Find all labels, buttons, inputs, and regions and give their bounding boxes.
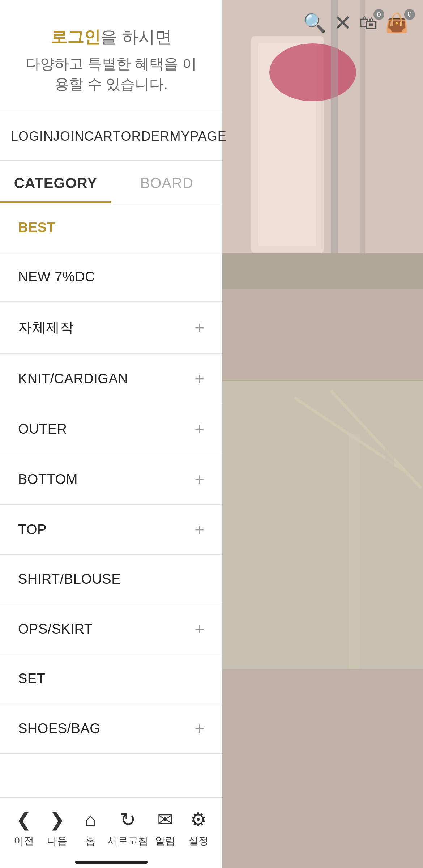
promo-line1: 로그인을 하시면 [22,25,201,48]
category-expand-icon: + [195,421,204,437]
refresh-label: 새로고침 [108,834,148,848]
close-icon: ✕ [334,11,352,35]
category-expand-icon: + [195,621,204,637]
category-item[interactable]: BOTTOM+ [0,454,222,505]
category-item[interactable]: BEST [0,203,222,252]
bag-badge: 0 [404,9,415,20]
refresh-icon: ↻ [120,809,136,830]
forward-label: 다음 [47,834,67,848]
category-item[interactable]: SET [0,654,222,703]
cart-link[interactable]: CART [84,129,121,144]
bottom-nav-home[interactable]: ⌂홈 [74,809,107,848]
svg-rect-6 [360,0,365,289]
svg-rect-7 [222,253,423,289]
search-icon: 🔍 [303,12,326,34]
promo-line2: 다양하고 특별한 혜택을 이용할 수 있습니다. [22,54,201,94]
svg-rect-13 [385,434,394,669]
mypage-link[interactable]: MYPAGE [170,129,226,144]
bag-button[interactable]: 👜 0 [385,12,409,34]
bottom-nav-forward[interactable]: ❯다음 [41,809,73,848]
svg-rect-11 [222,380,423,381]
category-item-label: SHIRT/BLOUSE [18,571,121,587]
bottom-nav-items: ❮이전❯다음⌂홈↻새로고침✉알림⚙설정 [0,798,222,855]
category-expand-icon: + [195,521,204,538]
promo-suffix: 을 하시면 [101,27,172,46]
category-item[interactable]: OPS/SKIRT+ [0,604,222,654]
back-label: 이전 [14,834,34,848]
category-item[interactable]: KNIT/CARDIGAN+ [0,354,222,404]
category-expand-icon: + [195,471,204,488]
category-expand-icon: + [195,370,204,387]
category-expand-icon: + [195,720,204,737]
cart-button[interactable]: 🛍 0 [359,12,378,34]
home-icon: ⌂ [85,809,96,830]
bottom-nav-notification[interactable]: ✉알림 [149,809,181,848]
tab-category[interactable]: CATEGORY [0,161,111,203]
category-item-label: SET [18,671,45,686]
bottom-nav-back[interactable]: ❮이전 [8,809,40,848]
home-label: 홈 [85,834,95,848]
join-link[interactable]: JOIN [53,129,84,144]
category-item-label: BEST [18,220,55,235]
category-item[interactable]: SHIRT/BLOUSE [0,555,222,604]
home-indicator [75,861,148,864]
category-item[interactable]: TOP+ [0,505,222,555]
category-list: BESTNEW 7%DC자체제작+KNIT/CARDIGAN+OUTER+BOT… [0,203,222,868]
tab-board[interactable]: BOARD [111,161,223,203]
settings-label: 설정 [188,834,209,848]
category-item-label: NEW 7%DC [18,269,95,285]
svg-rect-5 [331,0,338,289]
notification-label: 알림 [155,834,175,848]
category-item[interactable]: OUTER+ [0,404,222,454]
category-item[interactable]: NEW 7%DC [0,252,222,302]
bottom-nav-refresh[interactable]: ↻새로고침 [108,809,148,848]
category-item-label: 자체제작 [18,318,74,337]
category-item-label: SHOES/BAG [18,721,101,736]
category-item[interactable]: 자체제작+ [0,302,222,354]
bottom-nav-settings[interactable]: ⚙설정 [182,809,215,848]
bottom-nav: ❮이전❯다음⌂홈↻새로고침✉알림⚙설정 [0,797,222,868]
cart-badge: 0 [373,9,384,20]
header-icons-area: 🔍 ✕ 🛍 0 👜 0 [222,10,423,35]
settings-icon: ⚙ [190,809,207,830]
order-link[interactable]: ORDER [121,129,170,144]
tab-bar: CATEGORY BOARD [0,161,222,203]
login-link[interactable]: LOGIN [11,129,53,144]
back-icon: ❮ [16,809,32,830]
promo-highlight: 로그인 [51,27,101,46]
login-promo: 로그인을 하시면 다양하고 특별한 혜택을 이용할 수 있습니다. [0,0,222,112]
nav-links: LOGIN JOIN CART ORDER MYPAGE [0,112,222,161]
category-item-label: OPS/SKIRT [18,621,93,637]
svg-rect-12 [349,434,360,669]
background-image [222,0,423,868]
overlay-panel: 로그인을 하시면 다양하고 특별한 혜택을 이용할 수 있습니다. LOGIN … [0,0,222,868]
category-item-label: KNIT/CARDIGAN [18,371,128,387]
category-expand-icon: + [195,319,204,336]
category-item-label: OUTER [18,421,67,437]
category-item[interactable]: SHOES/BAG+ [0,703,222,754]
svg-point-4 [269,43,356,101]
search-button[interactable]: 🔍 [303,12,326,34]
category-item-label: TOP [18,522,47,537]
notification-icon: ✉ [157,809,173,830]
close-button[interactable]: ✕ [334,10,352,35]
category-item-label: BOTTOM [18,472,78,487]
forward-icon: ❯ [49,809,65,830]
